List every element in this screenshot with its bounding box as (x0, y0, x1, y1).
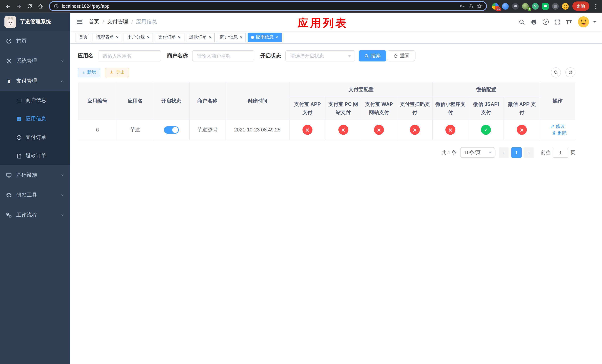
header-search-button[interactable] (518, 19, 525, 25)
merchant-name-input[interactable] (192, 50, 254, 62)
breadcrumb: 首页 / 支付管理 / 应用信息 (89, 19, 157, 25)
goto-page-input[interactable] (553, 148, 568, 158)
col-header-status: 开启状态 (153, 82, 189, 120)
sidebar-item-payment-orders[interactable]: 支付订单 (0, 128, 70, 147)
url-text[interactable]: localhost:1024/pay/app (62, 3, 456, 9)
sidebar-item-payment[interactable]: ¥ 支付管理 (0, 71, 70, 91)
browser-toolbar: localhost:1024/pay/app 10 1 V 更新 (0, 0, 602, 13)
add-button[interactable]: + 新增 (78, 68, 100, 77)
extension-icon-dark-circle[interactable] (512, 3, 519, 10)
github-button[interactable] (530, 19, 537, 25)
tab-home[interactable]: 首页 (75, 32, 91, 42)
extension-icon-emoji[interactable] (562, 3, 569, 10)
config-status-icon (445, 125, 455, 135)
tab-app-info[interactable]: 应用信息× (248, 32, 281, 42)
browser-update-button[interactable]: 更新 (572, 1, 589, 11)
monitor-icon (6, 172, 12, 178)
status-select[interactable]: 请选择开启状态 (285, 50, 355, 62)
bookmark-star-icon[interactable] (476, 3, 482, 9)
trash-icon (552, 131, 557, 135)
extension-icon-puzzle[interactable]: 10 (492, 3, 499, 10)
help-button[interactable]: ? (543, 19, 548, 25)
tab-process-form[interactable]: 流程表单× (93, 32, 122, 42)
tab-payment-orders[interactable]: 支付订单× (155, 32, 184, 42)
share-icon[interactable] (468, 3, 473, 9)
browser-reload-button[interactable] (24, 1, 34, 11)
close-icon[interactable]: × (147, 35, 150, 40)
extension-icon-drop[interactable] (502, 3, 509, 10)
col-header-alipay-qr: 支付宝扫码支付 (397, 97, 433, 120)
toggle-search-button[interactable] (551, 67, 561, 77)
page-unit-label: 页 (570, 149, 575, 156)
address-bar[interactable]: localhost:1024/pay/app (49, 1, 487, 11)
hamburger-icon (76, 19, 83, 25)
sidebar-item-refund-orders[interactable]: 退款订单 (0, 147, 70, 165)
close-icon[interactable]: × (240, 35, 243, 40)
extension-badge: 10 (496, 7, 501, 11)
browser-menu-button[interactable] (592, 3, 599, 9)
tab-merchant-info[interactable]: 商户信息× (217, 32, 246, 42)
next-page-button[interactable]: › (524, 147, 534, 158)
browser-back-button[interactable] (3, 1, 13, 11)
close-icon[interactable]: × (178, 35, 181, 40)
close-icon[interactable]: × (116, 35, 119, 40)
refresh-table-button[interactable] (565, 67, 575, 77)
font-size-button[interactable]: TT (566, 19, 572, 25)
extension-icon-vue[interactable]: V (532, 3, 539, 10)
close-icon[interactable]: × (275, 35, 278, 40)
chevron-down-icon (60, 59, 64, 63)
chevron-down-icon (60, 213, 64, 217)
avatar-dropdown-caret[interactable] (593, 21, 596, 24)
extension-icon-avatar[interactable]: 1 (522, 3, 529, 10)
table-toolbar: + 新增 导出 (78, 67, 575, 77)
sidebar-item-workflow[interactable]: 工作流程 (0, 205, 70, 225)
sidebar-toggle-button[interactable] (76, 19, 83, 25)
box-icon (6, 192, 12, 198)
current-page-button[interactable]: 1 (511, 147, 522, 158)
browser-home-button[interactable] (35, 1, 45, 11)
app-name-label: 应用名 (78, 53, 93, 59)
browser-forward-button[interactable] (14, 1, 24, 11)
sidebar-logo[interactable]: 芋道管理系统 (0, 13, 70, 31)
page-content: 应用名 商户名称 开启状态 请选择开启状态 搜索 (70, 44, 602, 364)
col-header-alipay-wap: 支付宝 WAP 网站支付 (361, 97, 397, 120)
active-tab-dot (251, 36, 254, 39)
export-button[interactable]: 导出 (105, 68, 129, 77)
extension-icon-chat[interactable] (542, 3, 549, 10)
status-label: 开启状态 (260, 53, 281, 59)
password-key-icon[interactable] (460, 3, 465, 9)
sidebar-item-infrastructure[interactable]: 基础设施 (0, 165, 70, 185)
sidebar-item-merchant-info[interactable]: 商户信息 (0, 91, 70, 110)
sidebar-item-dev-tools[interactable]: 研发工具 (0, 185, 70, 205)
sidebar-item-app-info[interactable]: 应用信息 (0, 110, 70, 128)
edit-button[interactable]: 修改 (550, 123, 565, 130)
site-info-icon[interactable] (54, 3, 59, 9)
pagination: 共 1 条 10条/页 ‹ 1 › 前往 页 (78, 147, 575, 158)
search-button[interactable]: 搜索 (359, 50, 386, 62)
breadcrumb-home[interactable]: 首页 (89, 19, 99, 25)
col-header-merchant: 商户名称 (189, 82, 225, 120)
user-avatar[interactable] (577, 16, 590, 28)
reset-button[interactable]: 重置 (388, 50, 415, 62)
sidebar-item-system[interactable]: 系统管理 (0, 51, 70, 71)
delete-button[interactable]: 删除 (552, 130, 567, 136)
prev-page-button[interactable]: ‹ (499, 147, 509, 158)
fullscreen-button[interactable] (554, 19, 560, 25)
tab-refund-orders[interactable]: 退款订单× (186, 32, 215, 42)
screen: localhost:1024/pay/app 10 1 V 更新 (0, 0, 602, 364)
page-size-select[interactable]: 10条/页 (460, 147, 495, 158)
breadcrumb-app-info: 应用信息 (136, 19, 157, 25)
status-toggle[interactable] (164, 126, 179, 133)
app-name-input[interactable] (98, 50, 161, 62)
logo-avatar (4, 16, 16, 28)
app-title: 芋道管理系统 (20, 19, 51, 25)
extension-icon-puzzle-dark[interactable] (552, 3, 559, 10)
cell-id: 6 (78, 120, 117, 140)
breadcrumb-payment[interactable]: 支付管理 (107, 19, 128, 25)
goto-label: 前往 (541, 149, 550, 156)
close-icon[interactable]: × (209, 35, 212, 40)
tab-user-group[interactable]: 用户分组× (124, 32, 153, 42)
sidebar-item-home[interactable]: 首页 (0, 31, 70, 51)
download-icon (109, 70, 114, 75)
chevron-down-icon (348, 55, 351, 58)
